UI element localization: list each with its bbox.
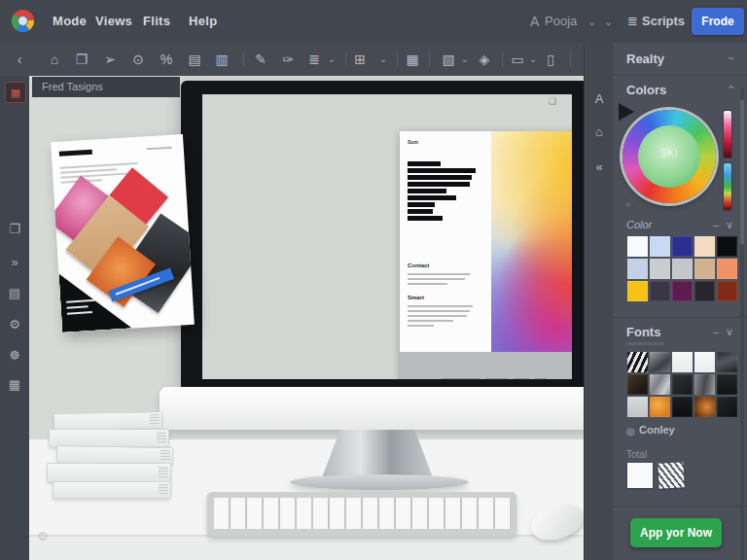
hue-slider[interactable] (724, 111, 731, 158)
scripts-list-icon[interactable]: ≣ (627, 0, 638, 43)
font-thumbnail[interactable] (717, 397, 737, 417)
menu-item-views[interactable]: Views (95, 0, 132, 43)
user-avatar[interactable]: A (530, 0, 539, 43)
font-thumbnail[interactable] (650, 374, 670, 395)
primary-action-button[interactable]: Frode (692, 8, 744, 35)
design-document[interactable]: Sum Contact Smart Project Trade Name (400, 131, 572, 379)
send-icon[interactable]: ➢ (100, 43, 120, 76)
collage-page[interactable] (51, 134, 195, 332)
font-thumbnail[interactable] (672, 374, 693, 395)
book (53, 481, 171, 499)
wheel-pointer-icon[interactable] (619, 103, 634, 121)
font-thumbnail[interactable] (672, 352, 693, 372)
strip-home-icon[interactable]: ⌂ (585, 124, 614, 139)
back-icon[interactable]: ‹ (10, 43, 29, 76)
home-icon[interactable]: ⌂ (45, 43, 64, 76)
sidebar-globe-icon[interactable]: ☸ (0, 348, 29, 363)
canvas-tab[interactable]: Fred Tasigns (32, 77, 180, 97)
collage-line (60, 162, 138, 169)
scripts-button[interactable]: Scripts (642, 0, 685, 43)
shade-slider[interactable] (724, 163, 731, 210)
strip-font-tool-icon[interactable]: A (585, 91, 614, 106)
font-thumbnail[interactable] (650, 352, 670, 372)
font-thumbnail[interactable] (627, 374, 648, 395)
font-thumbnail[interactable] (650, 397, 670, 417)
font-thumbnail[interactable] (694, 352, 715, 372)
doc-footer-band (400, 352, 572, 379)
color-swatch[interactable] (672, 259, 693, 279)
color-swatch[interactable] (650, 259, 670, 279)
sidebar-forward-icon[interactable]: » (0, 255, 29, 269)
fonts-caret-icon[interactable]: ∨ (726, 326, 733, 338)
color-swatch[interactable] (694, 281, 715, 301)
license-label[interactable]: Conley (639, 424, 675, 436)
list-icon[interactable]: ≣ (304, 43, 324, 76)
font-thumbnail[interactable] (694, 374, 715, 395)
apply-button[interactable]: App yor Now (630, 518, 722, 547)
color-swatch[interactable] (717, 281, 737, 301)
sidebar-gears-icon[interactable]: ⚙ (0, 317, 29, 332)
page-caret-icon[interactable]: ⌄ (455, 43, 475, 76)
percent-icon[interactable]: % (157, 43, 176, 76)
shield-icon[interactable]: ◈ (475, 43, 494, 76)
fonts-minus-icon[interactable]: – (713, 326, 719, 337)
colors-collapse-icon[interactable]: ⌃ (727, 84, 735, 96)
color-swatch[interactable] (650, 236, 670, 257)
menu-item-mode[interactable]: Mode (53, 0, 87, 43)
frame-icon[interactable]: ❐ (72, 43, 91, 76)
app-window: Mode Views Flits Help A Pooja ⌄ ⌄ ≣ Scri… (0, 0, 747, 560)
color-swatch[interactable] (694, 236, 715, 257)
pen-icon[interactable]: ✎ (251, 43, 270, 76)
properties-panel: Realty ~ Colors ⌃ SKI ≡ Color – ∨ Fonts … (613, 43, 747, 560)
user-name[interactable]: Pooja (545, 0, 577, 43)
contact-paragraph (408, 273, 483, 288)
color-swatch[interactable] (627, 281, 648, 301)
panel-icon[interactable]: ▯ (541, 43, 560, 76)
toolbar-separator (243, 52, 244, 67)
font-thumbnail[interactable] (627, 397, 648, 417)
sidebar-tray-icon[interactable]: ▤ (0, 286, 29, 300)
color-swatch[interactable] (627, 236, 648, 257)
menu-item-help[interactable]: Help (189, 0, 217, 43)
color-swatch[interactable] (717, 259, 737, 279)
font-thumbnail[interactable] (627, 352, 648, 372)
card-caret-icon[interactable]: ⌄ (523, 43, 543, 76)
swatch-minus-icon[interactable]: – (713, 219, 719, 230)
color-swatch[interactable] (672, 281, 693, 301)
app-logo-icon[interactable] (12, 10, 34, 32)
layout-icon[interactable]: ⊞ (350, 43, 370, 76)
sidebar-grid-icon[interactable]: ▦ (0, 377, 29, 392)
menu-item-flits[interactable]: Flits (143, 0, 170, 43)
pattern-swatch-white[interactable] (627, 463, 653, 488)
panel-scrollbar-thumb[interactable] (740, 99, 744, 245)
color-swatch[interactable] (672, 236, 693, 257)
book-icon[interactable]: ▤ (185, 43, 204, 76)
font-thumbnail[interactable] (717, 352, 737, 372)
font-thumbnail[interactable] (672, 397, 693, 417)
strip-collapse-left-icon[interactable]: « (585, 159, 614, 174)
swatch-caret-icon[interactable]: ∨ (726, 219, 733, 231)
color-swatch[interactable] (650, 281, 670, 301)
search-icon[interactable]: ⊙ (128, 43, 148, 76)
sidebar-frame-icon[interactable]: ❐ (0, 222, 29, 236)
color-swatch[interactable] (694, 259, 715, 279)
color-swatch[interactable] (717, 236, 737, 257)
color-swatch[interactable] (627, 259, 648, 279)
doc-heading-smart: Smart (408, 295, 424, 300)
brush-icon[interactable]: ✑ (278, 43, 298, 76)
panel-collapse-icon[interactable]: ~ (728, 52, 733, 64)
user-caret-icon[interactable]: ⌄ (587, 0, 596, 43)
doc-logo: Sum (408, 139, 418, 145)
columns-icon[interactable]: ▥ (212, 43, 231, 76)
brand-red-icon[interactable]: ▦ (5, 82, 26, 103)
layout-caret-icon[interactable]: ⌄ (374, 43, 393, 76)
collage-meta-line (147, 147, 172, 151)
chevron-down-icon[interactable]: ⌄ (604, 0, 613, 43)
font-thumbnail[interactable] (694, 397, 715, 417)
document-icon[interactable]: ▦ (403, 43, 422, 76)
fullscreen-icon[interactable]: ❏ (549, 96, 556, 106)
desk-front (29, 537, 584, 560)
list-caret-icon[interactable]: ⌄ (322, 43, 341, 76)
font-thumbnail[interactable] (717, 374, 737, 395)
pattern-swatch-hatch[interactable] (658, 462, 684, 488)
